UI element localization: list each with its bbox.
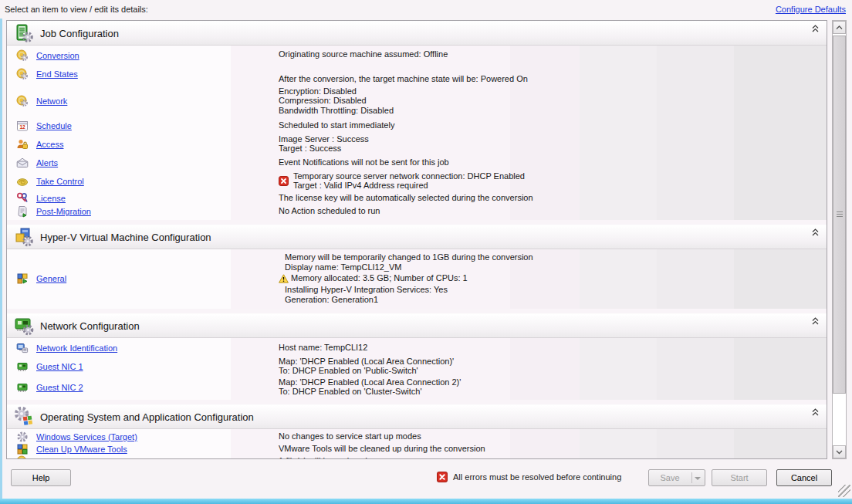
section-operating-system-and-application-configuration: Operating System and Application Configu… — [7, 404, 827, 459]
cancel-button[interactable]: Cancel — [776, 469, 832, 486]
item-details: Memory will be temporarily changed to 1G… — [279, 252, 533, 306]
collapse-section-icon[interactable] — [812, 408, 819, 418]
link-schedule[interactable]: Schedule — [36, 121, 72, 130]
item-details: The license key will be automatically se… — [279, 193, 533, 205]
configuration-list-panel: Job ConfigurationConversionOriginating s… — [6, 20, 827, 459]
detail-line: Target : Valid IPv4 Address required — [293, 181, 525, 191]
item-details: Encryption: DisabledCompression: Disable… — [279, 86, 394, 117]
detail-line: To: DHCP Enabled on 'Cluster-Switch' — [279, 387, 461, 397]
config-item-row: Take ControlTemporary source server netw… — [7, 171, 827, 191]
item-details: Map: 'DHCP Enabled (Local Area Connectio… — [279, 377, 461, 397]
detail-line: Memory allocated: 3.5 GB; Number of CPUs… — [279, 272, 533, 286]
collapse-section-icon[interactable] — [812, 317, 819, 326]
scroll-down-button[interactable] — [833, 445, 846, 458]
detail-line: To: DHCP Enabled on 'Public-Switch' — [279, 367, 454, 377]
network-card-icon — [14, 316, 34, 336]
link-conversion[interactable]: Conversion — [36, 51, 79, 60]
detail-line: Map: 'DHCP Enabled (Local Area Connectio… — [279, 357, 454, 367]
link-windows-services-target[interactable]: Windows Services (Target) — [36, 432, 137, 441]
scrollbar-gripper-icon — [837, 211, 843, 218]
config-item-row: AccessImage Server : SuccessTarget : Suc… — [7, 134, 827, 154]
detail-line: No changes to service start up modes — [279, 432, 421, 442]
item-details: No changes to service start up modes — [279, 431, 421, 443]
config-item-row: Post-MigrationNo Action scheduled to run — [7, 205, 827, 218]
gear-windows-icon — [14, 407, 34, 427]
user-lock-icon — [16, 138, 29, 151]
start-button[interactable]: Start — [712, 469, 767, 486]
config-item-row: Network IdentificationHost name: TempCLI… — [7, 340, 827, 356]
config-item-row: GeneralMemory will be temporarily change… — [7, 251, 827, 306]
item-details: Map: 'DHCP Enabled (Local Area Connectio… — [279, 356, 454, 377]
vertical-scrollbar[interactable] — [832, 20, 847, 459]
item-details: Scheduled to start immediately — [279, 120, 394, 131]
scroll-up-button[interactable] — [833, 21, 846, 34]
config-item-row: AlertsEvent Notifications will not be se… — [7, 154, 827, 171]
window-border-left — [0, 19, 2, 504]
detail-line: Scheduled to start immediately — [279, 120, 394, 130]
link-network-identification[interactable]: Network Identification — [36, 343, 117, 353]
nic-card-icon — [16, 381, 29, 394]
config-item-row: Windows Services (Target)No changes to s… — [7, 431, 827, 443]
link-alerts[interactable]: Alerts — [36, 158, 58, 167]
link-end-states[interactable]: End States — [36, 69, 78, 79]
section-hyper-v-virtual-machine-configuration: Hyper-V Virtual Machine ConfigurationGen… — [7, 225, 827, 309]
link-access[interactable]: Access — [36, 140, 63, 149]
save-button[interactable]: Save — [648, 469, 705, 486]
detail-line: Generation: Generation1 — [279, 295, 533, 305]
detail-line: No Action scheduled to run — [279, 207, 380, 217]
detail-line: Encryption: Disabled — [279, 86, 394, 96]
gear-coin-icon — [16, 95, 29, 107]
item-details: 1 file(s) will be replaced — [279, 456, 367, 459]
detail-line: Host name: TempCLI12 — [279, 343, 367, 353]
top-bar: Select an item to view / edit its detail… — [5, 0, 846, 19]
cubes-arrow-icon — [16, 272, 29, 285]
detail-line: Originating source machine assumed: Offl… — [279, 49, 448, 59]
detail-line: Bandwidth Throttling: Disabled — [279, 106, 394, 116]
config-item-row: Clean Up VMware ToolsVMware Tools will b… — [7, 443, 827, 455]
item-details: Temporary source server network connecti… — [279, 171, 525, 191]
keys-icon — [16, 192, 29, 205]
config-item-row: NetworkEncryption: DisabledCompression: … — [7, 85, 827, 117]
link-guest-nic-2[interactable]: Guest NIC 2 — [36, 383, 83, 392]
link-license[interactable]: License — [36, 194, 66, 203]
help-button[interactable]: Help — [11, 469, 71, 486]
collapse-section-icon[interactable] — [812, 25, 819, 34]
detail-line: Map: 'DHCP Enabled (Local Area Connectio… — [279, 377, 461, 387]
section-title: Operating System and Application Configu… — [40, 411, 254, 423]
config-item-row: LicenseThe license key will be automatic… — [7, 191, 827, 205]
calendar-icon: 12 — [16, 120, 29, 132]
item-details: Host name: TempCLI12 — [279, 342, 367, 353]
link-post-migration[interactable]: Post-Migration — [36, 207, 91, 216]
collapse-section-icon[interactable] — [812, 228, 819, 238]
item-details: No Action scheduled to run — [279, 206, 380, 218]
gear-coin-icon — [16, 455, 29, 459]
nic-card-icon — [16, 360, 29, 373]
section-title: Network Configuration — [40, 320, 140, 332]
link-guest-nic-1[interactable]: Guest NIC 1 — [36, 362, 83, 371]
hyperv-boxes-icon — [14, 227, 34, 247]
configure-defaults-link[interactable]: Configure Defaults — [776, 5, 846, 14]
item-details: Originating source machine assumed: Offl… — [279, 47, 448, 60]
svg-text:12: 12 — [19, 124, 25, 130]
detail-line: Temporary source server network connecti… — [293, 171, 525, 181]
item-details: VMware Tools will be cleaned up during t… — [279, 444, 485, 455]
link-general[interactable]: General — [36, 274, 66, 283]
item-details: Image Server : SuccessTarget : Success — [279, 134, 369, 154]
detail-line: After the conversion, the target machine… — [279, 74, 528, 84]
item-details: After the conversion, the target machine… — [279, 65, 528, 85]
gear-coin-icon — [16, 68, 29, 80]
section-header: Job Configuration — [7, 21, 827, 46]
link-network[interactable]: Network — [36, 96, 67, 106]
detail-line: 1 file(s) will be replaced — [279, 457, 367, 459]
envelope-icon — [16, 157, 29, 169]
link-clean-up-vmware-tools[interactable]: Clean Up VMware Tools — [36, 445, 127, 454]
save-dropdown-icon[interactable] — [695, 477, 701, 480]
link-system-files[interactable]: System Files — [36, 457, 85, 459]
cubes-icon — [16, 443, 29, 455]
link-take-control[interactable]: Take Control — [36, 177, 84, 186]
footer-bar: Help All errors must be resolved before … — [0, 465, 852, 499]
scrollbar-thumb[interactable] — [833, 36, 846, 394]
gear-coin-icon — [16, 49, 29, 62]
section-title: Job Configuration — [40, 28, 119, 39]
section-header: Operating System and Application Configu… — [7, 404, 827, 429]
